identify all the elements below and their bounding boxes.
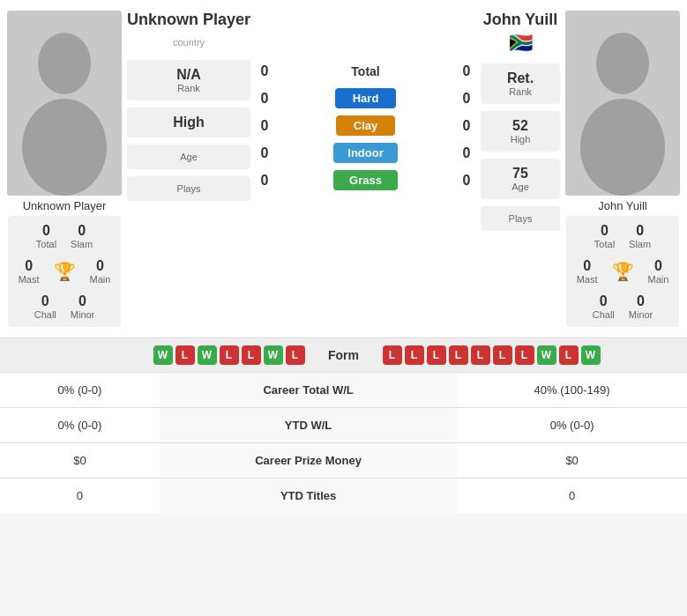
right-age-card: 75 Age [481, 159, 560, 199]
right-minor-label: Minor [629, 309, 653, 320]
right-slam-label: Slam [629, 239, 651, 249]
right-form-2: L [405, 345, 424, 365]
right-high-label: High [495, 134, 546, 145]
left-high-value: High [141, 115, 236, 130]
right-chall-label: Chall [593, 309, 615, 320]
career-total-label: Career Total W/L [160, 373, 457, 408]
right-form-6: L [493, 345, 512, 365]
left-slam-label: Slam [71, 239, 93, 249]
right-rank-value: Ret. [495, 71, 546, 86]
right-rank-card: Ret. Rank [481, 63, 560, 104]
surface-row-clay: 0 Clay 0 [256, 114, 475, 137]
left-form-badges: W L W L L W L [14, 345, 305, 365]
left-player-photo [7, 11, 122, 196]
total-right-score: 0 [458, 63, 475, 79]
right-slam-value: 0 [636, 223, 644, 239]
right-age-label: Age [495, 182, 546, 192]
right-player-stats-card: 0 Total 0 Slam 0 Mast 🏆 [566, 216, 680, 327]
right-form-9: L [559, 345, 579, 365]
left-form-1: W [153, 345, 173, 365]
right-high-value: 52 [495, 118, 546, 134]
right-player-name-top: John Yuill [483, 11, 558, 30]
trophy-icon-right: 🏆 [612, 261, 634, 282]
right-mast-label: Mast [577, 274, 598, 285]
career-total-right: 40% (100-149) [457, 373, 687, 408]
indoor-left-score: 0 [256, 145, 273, 161]
trophy-icon-left: 🏆 [54, 261, 76, 282]
right-form-5: L [471, 345, 490, 365]
right-middle-stats: John Yuill 🇿🇦 Ret. Rank 52 High 75 Age P… [481, 11, 560, 233]
left-rank-card: N/A Rank [127, 60, 250, 100]
right-rank-label: Rank [495, 86, 546, 97]
stats-row-ytd-wl: 0% (0-0) YTD W/L 0% (0-0) [0, 408, 687, 443]
left-player-stats-card: 0 Total 0 Slam 0 Mast 🏆 [8, 216, 122, 327]
stats-table: 0% (0-0) Career Total W/L 40% (100-149) … [0, 372, 687, 513]
ytd-wl-left: 0% (0-0) [0, 408, 160, 443]
right-form-8: W [537, 345, 556, 365]
surface-row-hard: 0 Hard 0 [256, 86, 475, 110]
left-middle-stats: Unknown Player country N/A Rank High Age… [127, 11, 250, 203]
left-rank-value: N/A [141, 67, 236, 83]
right-form-7: L [515, 345, 534, 365]
left-player-name-below: Unknown Player [23, 199, 107, 212]
grass-badge: Grass [333, 170, 398, 190]
left-age-card: Age [127, 145, 250, 169]
left-form-7: L [286, 345, 305, 365]
left-minor-value: 0 [78, 293, 86, 309]
right-player-block: John Yuill 0 Total 0 Slam [565, 11, 680, 327]
right-player-name-top-block: John Yuill 🇿🇦 [481, 11, 560, 55]
hard-left-score: 0 [256, 91, 273, 107]
prize-right: $0 [457, 443, 687, 479]
right-main-label: Main [648, 274, 669, 285]
total-left-score: 0 [256, 63, 273, 79]
left-chall-value: 0 [41, 293, 49, 309]
hard-badge: Hard [335, 88, 397, 108]
right-form-badges: L L L L L L L W L W [383, 345, 674, 365]
ytd-wl-label: YTD W/L [160, 408, 457, 443]
left-age-label: Age [141, 152, 236, 162]
right-form-3: L [427, 345, 446, 365]
left-plays-card: Plays [127, 176, 250, 201]
surface-row-indoor: 0 Indoor 0 [256, 141, 475, 165]
svg-point-5 [580, 99, 665, 196]
surface-row-grass: 0 Grass 0 [256, 168, 475, 192]
left-mast-value: 0 [25, 258, 33, 274]
left-country: country [127, 37, 250, 48]
left-form-2: L [175, 345, 195, 365]
stats-row-prize-money: $0 Career Prize Money $0 [0, 443, 687, 479]
left-minor-label: Minor [71, 309, 95, 320]
left-player-name-top: Unknown Player [127, 11, 250, 30]
players-section: Unknown Player 0 Total 0 Slam [0, 0, 687, 338]
stats-row-career-total: 0% (0-0) Career Total W/L 40% (100-149) [0, 373, 687, 408]
right-plays-label: Plays [495, 213, 546, 224]
main-container: Unknown Player 0 Total 0 Slam [0, 0, 687, 513]
grass-right-score: 0 [458, 173, 475, 189]
left-form-3: W [198, 345, 217, 365]
left-plays-label: Plays [141, 183, 236, 194]
grass-left-score: 0 [256, 173, 273, 189]
left-form-6: W [264, 345, 283, 365]
right-high-card: 52 High [481, 111, 560, 152]
career-total-left: 0% (0-0) [0, 373, 160, 408]
right-form-4: L [449, 345, 468, 365]
stats-row-ytd-titles: 0 YTD Titles 0 [0, 479, 687, 514]
left-form-4: L [220, 345, 239, 365]
left-total-value: 0 [42, 223, 50, 239]
right-player-name-below: John Yuill [598, 199, 646, 212]
hard-right-score: 0 [458, 91, 475, 107]
left-total-label: Total [36, 239, 56, 249]
indoor-right-score: 0 [458, 145, 475, 161]
right-age-value: 75 [495, 166, 546, 182]
left-main-value: 0 [96, 258, 104, 274]
left-form-5: L [242, 345, 261, 365]
left-chall-label: Chall [34, 309, 56, 320]
clay-right-score: 0 [458, 118, 475, 134]
svg-point-4 [596, 33, 649, 94]
left-mast-label: Mast [19, 274, 40, 285]
right-total-value: 0 [601, 223, 609, 239]
right-player-photo [565, 11, 680, 196]
form-section: W L W L L W L Form L L L L L L L W L W [0, 338, 687, 372]
prize-label: Career Prize Money [160, 443, 457, 479]
right-plays-card: Plays [481, 206, 560, 231]
total-label: Total [273, 64, 458, 78]
